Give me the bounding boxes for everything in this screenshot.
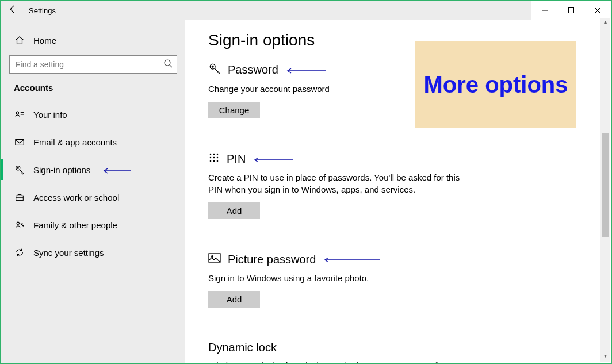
window-title: Settings <box>24 6 56 15</box>
sidebar-item-sync[interactable]: Sync your settings <box>1 239 185 266</box>
svg-point-15 <box>21 223 22 225</box>
svg-point-19 <box>210 154 212 155</box>
scroll-up-icon[interactable]: ▴ <box>600 18 610 28</box>
scroll-thumb[interactable] <box>602 133 609 237</box>
home-label: Home <box>33 36 56 45</box>
sidebar-item-label: Your info <box>33 110 67 120</box>
person-card-icon <box>14 109 25 120</box>
svg-point-22 <box>210 157 212 159</box>
sidebar: Home Accounts Your info Email & app acco… <box>1 1 185 363</box>
add-pin-button[interactable]: Add <box>208 202 260 219</box>
annotation-arrow <box>285 63 326 76</box>
main-content: Sign-in options Password Change your acc… <box>185 1 611 363</box>
annotation-text: More options <box>423 71 568 98</box>
sidebar-item-signin[interactable]: Sign-in options <box>1 156 185 183</box>
search-icon <box>163 59 173 70</box>
pin-desc: Create a PIN to use in place of password… <box>208 172 461 196</box>
svg-point-4 <box>165 60 170 66</box>
scroll-down-icon[interactable]: ▾ <box>600 352 610 362</box>
section-picture: Picture password Sign in to Windows usin… <box>208 252 588 308</box>
svg-point-11 <box>17 167 18 168</box>
svg-point-23 <box>213 157 215 159</box>
section-dynamic: Dynamic lock Windows can lock when devic… <box>208 341 588 363</box>
people-icon <box>14 219 25 231</box>
svg-point-6 <box>16 112 18 114</box>
keypad-icon <box>208 152 220 166</box>
mail-icon <box>14 136 25 148</box>
picture-title: Picture password <box>228 253 316 266</box>
search-wrap <box>9 55 177 74</box>
annotation-arrow <box>253 152 293 166</box>
svg-line-5 <box>170 65 172 67</box>
key-icon <box>14 164 25 175</box>
annotation-overlay: More options <box>415 41 576 128</box>
svg-point-20 <box>213 154 215 155</box>
sidebar-category: Accounts <box>1 83 185 101</box>
sidebar-item-family[interactable]: Family & other people <box>1 211 185 239</box>
picture-desc: Sign in to Windows using a favorite phot… <box>208 273 461 284</box>
sidebar-item-label: Sign-in options <box>33 165 90 175</box>
sidebar-item-label: Family & other people <box>33 220 117 230</box>
sidebar-item-label: Access work or school <box>33 193 119 202</box>
briefcase-icon <box>14 191 25 203</box>
svg-rect-9 <box>16 140 24 145</box>
sync-icon <box>14 247 25 258</box>
svg-point-21 <box>217 154 219 155</box>
back-button[interactable] <box>1 1 24 20</box>
dynamic-desc: Windows can lock when devices paired to … <box>208 360 461 363</box>
sidebar-item-work[interactable]: Access work or school <box>1 183 185 211</box>
password-title: Password <box>228 63 278 76</box>
svg-point-14 <box>17 222 19 224</box>
svg-point-25 <box>210 160 212 162</box>
settings-window: Settings Home Accounts <box>0 0 612 364</box>
search-input[interactable] <box>9 55 177 74</box>
section-pin: PIN Create a PIN to use in place of pass… <box>208 152 588 219</box>
sidebar-item-email[interactable]: Email & app accounts <box>1 128 185 156</box>
dynamic-title: Dynamic lock <box>208 341 277 354</box>
home-nav[interactable]: Home <box>1 28 185 53</box>
key-icon <box>208 62 221 78</box>
sidebar-item-label: Email & app accounts <box>33 137 117 147</box>
svg-point-26 <box>213 160 215 162</box>
sidebar-item-your-info[interactable]: Your info <box>1 101 185 128</box>
annotation-arrow <box>102 165 131 175</box>
svg-point-17 <box>212 66 213 67</box>
home-icon <box>14 35 25 46</box>
pin-title: PIN <box>227 152 246 166</box>
svg-point-27 <box>217 160 219 162</box>
scrollbar[interactable]: ▴ ▾ <box>600 18 610 362</box>
svg-point-24 <box>217 157 219 159</box>
picture-icon <box>208 252 221 267</box>
svg-point-30 <box>212 255 213 257</box>
add-picture-button[interactable]: Add <box>208 291 260 308</box>
sidebar-item-label: Sync your settings <box>33 248 104 258</box>
annotation-arrow <box>323 253 380 266</box>
change-password-button[interactable]: Change <box>208 102 260 118</box>
